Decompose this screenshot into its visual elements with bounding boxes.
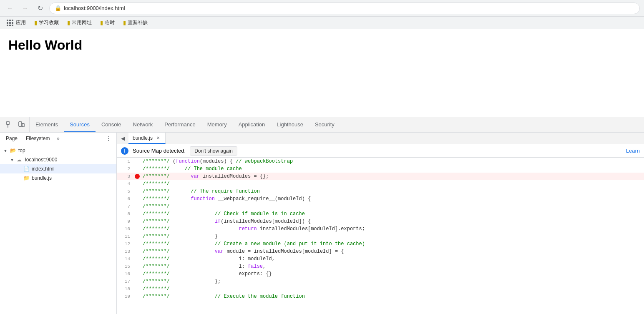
code-editor[interactable]: 1 /*******/ (function(modules) { // webp… bbox=[117, 158, 644, 314]
info-icon: i bbox=[121, 147, 128, 155]
code-line-10: 10 /*******/ return installedModules[mod… bbox=[117, 225, 644, 233]
bookmark-patch[interactable]: ▮ 查漏补缺 bbox=[120, 18, 151, 28]
tab-security[interactable]: Security bbox=[309, 117, 340, 132]
line-num-13: 13 bbox=[117, 248, 133, 255]
svg-rect-4 bbox=[22, 123, 24, 127]
bookmark-study-label: 学习收藏 bbox=[39, 19, 59, 26]
code-line-11: 11 /*******/ } bbox=[117, 233, 644, 240]
line-num-7: 7 bbox=[117, 203, 133, 210]
code-text-6: /*******/ function __webpack_require__(m… bbox=[141, 195, 311, 203]
code-line-9: 9 /*******/ if(installedModules[moduleId… bbox=[117, 218, 644, 225]
code-line-4: 4 /*******/ bbox=[117, 180, 644, 188]
cloud-icon-localhost: ☁ bbox=[17, 157, 23, 163]
code-text-3: /*******/ var installedModules = {}; bbox=[141, 173, 269, 180]
code-line-12: 12 /*******/ // Create a new module (and… bbox=[117, 240, 644, 248]
reload-button[interactable]: ↻ bbox=[34, 3, 46, 14]
tree-item-index-html[interactable]: ► 📄 index.html bbox=[0, 164, 116, 173]
page-icon-index: 📄 bbox=[23, 166, 30, 172]
learn-more-link[interactable]: Learn bbox=[626, 148, 640, 154]
arrow-icon-top: ▼ bbox=[3, 148, 10, 153]
file-tabs-bar: ◀ bundle.js ✕ bbox=[117, 133, 644, 144]
code-line-6: 6 /*******/ function __webpack_require__… bbox=[117, 195, 644, 203]
folder-icon-common: ▮ bbox=[67, 20, 70, 26]
source-map-message: Source Map detected. bbox=[133, 148, 186, 154]
address-bar[interactable]: 🔒 localhost:9000/index.html bbox=[49, 3, 640, 14]
line-num-14: 14 bbox=[117, 255, 133, 263]
code-line-17: 17 /*******/ }; bbox=[117, 278, 644, 285]
file-tab-name: bundle.js bbox=[133, 135, 153, 141]
code-line-7: 7 /*******/ bbox=[117, 203, 644, 210]
bookmark-common[interactable]: ▮ 常用网址 bbox=[64, 18, 95, 28]
file-tab-back-button[interactable]: ◀ bbox=[117, 133, 128, 144]
code-text-2: /*******/ // The module cache bbox=[141, 165, 242, 173]
tab-elements[interactable]: Elements bbox=[30, 117, 64, 132]
sources-sidebar: Page Filesystem » ⋮ ▼ 📂 top ▼ ☁ localhos… bbox=[0, 133, 117, 314]
line-num-18: 18 bbox=[117, 285, 133, 293]
bookmark-temp[interactable]: ▮ 临时 bbox=[97, 18, 118, 28]
code-text-1: /*******/ (function(modules) { // webpac… bbox=[141, 158, 293, 165]
tab-lighthouse[interactable]: Lighthouse bbox=[271, 117, 309, 132]
code-line-18: 18 /*******/ bbox=[117, 285, 644, 293]
tree-item-localhost[interactable]: ▼ ☁ localhost:9000 bbox=[0, 155, 116, 164]
code-text-16: /*******/ exports: {} bbox=[141, 270, 272, 278]
code-text-13: /*******/ var module = installedModules[… bbox=[141, 248, 344, 255]
tab-memory[interactable]: Memory bbox=[201, 117, 233, 132]
source-map-banner: i Source Map detected. Don't show again … bbox=[117, 144, 644, 158]
bookmarks-bar: 应用 ▮ 学习收藏 ▮ 常用网址 ▮ 临时 ▮ 查漏补缺 bbox=[0, 17, 644, 29]
folder-icon-patch: ▮ bbox=[123, 20, 126, 26]
code-text-10: /*******/ return installedModules[module… bbox=[141, 225, 365, 233]
line-num-4: 4 bbox=[117, 180, 133, 188]
sidebar-more-button[interactable]: ⋮ bbox=[104, 134, 113, 143]
sidebar-tab-page[interactable]: Page bbox=[3, 134, 20, 143]
svg-rect-0 bbox=[7, 122, 9, 124]
code-text-4: /*******/ bbox=[141, 180, 170, 188]
code-line-1: 1 /*******/ (function(modules) { // webp… bbox=[117, 158, 644, 165]
tree-item-top[interactable]: ▼ 📂 top bbox=[0, 146, 116, 155]
svg-rect-3 bbox=[19, 122, 22, 126]
line-num-10: 10 bbox=[117, 225, 133, 233]
back-button[interactable]: ← bbox=[4, 3, 16, 14]
tree-item-bundle-js[interactable]: ► 📁 bundle.js bbox=[0, 173, 116, 183]
code-line-8: 8 /*******/ // Check if module is in cac… bbox=[117, 210, 644, 218]
folder-icon-study: ▮ bbox=[34, 20, 37, 26]
tab-performance[interactable]: Performance bbox=[158, 117, 201, 132]
code-text-17: /*******/ }; bbox=[141, 278, 221, 285]
bookmark-temp-label: 临时 bbox=[105, 19, 115, 26]
lock-icon: 🔒 bbox=[55, 5, 61, 11]
inspect-element-button[interactable] bbox=[4, 119, 15, 130]
folder-icon-top: 📂 bbox=[10, 148, 17, 153]
devtools-panel: Elements Sources Console Network Perform… bbox=[0, 117, 644, 314]
tree-label-localhost: localhost:9000 bbox=[25, 157, 57, 163]
sidebar-tab-filesystem[interactable]: Filesystem bbox=[23, 134, 52, 143]
line-num-12: 12 bbox=[117, 240, 133, 248]
devtools-body: Page Filesystem » ⋮ ▼ 📂 top ▼ ☁ localhos… bbox=[0, 133, 644, 314]
forward-button[interactable]: → bbox=[19, 3, 31, 14]
line-num-16: 16 bbox=[117, 270, 133, 278]
tab-network[interactable]: Network bbox=[127, 117, 159, 132]
file-tab-close-button[interactable]: ✕ bbox=[155, 135, 161, 141]
dont-show-again-button[interactable]: Don't show again bbox=[190, 146, 237, 156]
chevron-right-icon: » bbox=[56, 135, 59, 141]
devtools-icons-group bbox=[2, 117, 30, 132]
page-title: Hello World bbox=[8, 38, 636, 53]
folder-icon-temp: ▮ bbox=[100, 20, 103, 26]
breakpoint-area-3[interactable] bbox=[133, 174, 141, 179]
code-text-18: /*******/ bbox=[141, 285, 170, 293]
code-line-3: 3 /*******/ var installedModules = {}; bbox=[117, 173, 644, 180]
code-text-8: /*******/ // Check if module is in cache bbox=[141, 210, 305, 218]
file-tab-bundle-js[interactable]: bundle.js ✕ bbox=[128, 133, 166, 144]
tab-application[interactable]: Application bbox=[233, 117, 271, 132]
devtools-toolbar: Elements Sources Console Network Perform… bbox=[0, 117, 644, 133]
line-num-11: 11 bbox=[117, 233, 133, 240]
code-line-16: 16 /*******/ exports: {} bbox=[117, 270, 644, 278]
tree-label-top: top bbox=[18, 148, 25, 153]
code-line-5: 5 /*******/ // The require function bbox=[117, 188, 644, 195]
device-toolbar-button[interactable] bbox=[16, 119, 27, 130]
code-text-9: /*******/ if(installedModules[moduleId])… bbox=[141, 218, 311, 225]
tab-sources[interactable]: Sources bbox=[64, 117, 96, 132]
tab-console[interactable]: Console bbox=[96, 117, 127, 132]
bookmark-apps-label: 应用 bbox=[16, 19, 26, 26]
code-text-7: /*******/ bbox=[141, 203, 170, 210]
bookmark-apps[interactable]: 应用 bbox=[3, 18, 29, 28]
bookmark-study[interactable]: ▮ 学习收藏 bbox=[31, 18, 62, 28]
